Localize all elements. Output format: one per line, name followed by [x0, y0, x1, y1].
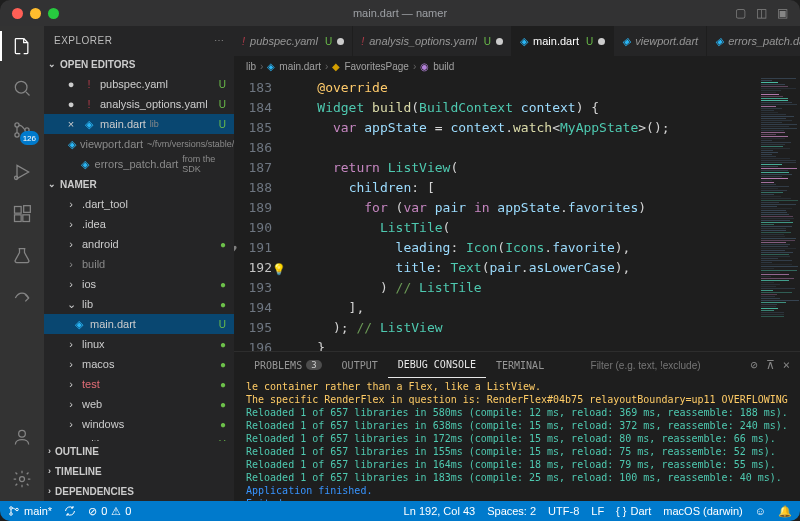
activity-extensions[interactable] — [10, 202, 34, 226]
svg-point-5 — [15, 176, 18, 179]
lightbulb-icon[interactable]: 💡 — [272, 260, 286, 280]
explorer-more-icon[interactable]: ⋯ — [214, 35, 225, 46]
explorer-title: EXPLORER — [54, 35, 112, 46]
dart-file-icon: ◈ — [267, 61, 275, 72]
code-content[interactable]: @override Widget build(BuildContext cont… — [286, 76, 758, 351]
section-timeline[interactable]: › TIMELINE — [44, 461, 234, 481]
panel-filter-input[interactable] — [591, 360, 741, 371]
folder-item[interactable]: ›.dart_tool — [44, 194, 234, 214]
svg-rect-7 — [15, 215, 22, 222]
activity-debug[interactable] — [10, 160, 34, 184]
file-item[interactable]: ◈main.dartU — [44, 314, 234, 334]
gutter: 183184185186187188189190♥191192193194195… — [234, 76, 286, 351]
debug-console-output[interactable]: le container rather than a Flex, like a … — [234, 378, 800, 501]
explorer-header: EXPLORER ⋯ — [44, 26, 234, 54]
svg-point-0 — [15, 81, 27, 93]
explorer-sidebar: EXPLORER ⋯ ⌄ OPEN EDITORS ●!pubspec.yaml… — [44, 26, 234, 501]
section-open-editors[interactable]: ⌄ OPEN EDITORS — [44, 54, 234, 74]
panel-tabs: PROBLEMS 3 OUTPUT DEBUG CONSOLE TERMINAL… — [234, 352, 800, 378]
folder-item[interactable]: ›test● — [44, 374, 234, 394]
status-feedback-icon[interactable]: ☺ — [755, 505, 766, 518]
panel-maximize-icon[interactable]: ⊼ — [766, 358, 775, 372]
panel-tab-output[interactable]: OUTPUT — [332, 352, 388, 378]
dirty-indicator-icon — [496, 38, 503, 45]
panel-tab-terminal[interactable]: TERMINAL — [486, 352, 554, 378]
svg-point-11 — [20, 477, 25, 482]
activity-search[interactable] — [10, 76, 34, 100]
open-editor-item[interactable]: ●!analysis_options.yamlU — [44, 94, 234, 114]
breadcrumb-item[interactable]: build — [433, 61, 454, 72]
files-tree: ›.dart_tool›.idea›android●›build›ios●⌄li… — [44, 194, 234, 441]
svg-point-10 — [19, 430, 26, 437]
code-area[interactable]: 183184185186187188189190♥191192193194195… — [234, 76, 800, 351]
status-problems[interactable]: ⊘0 ⚠0 — [88, 505, 131, 518]
svg-point-2 — [15, 133, 19, 137]
folder-item[interactable]: ›build — [44, 254, 234, 274]
folder-item[interactable]: ›.idea — [44, 214, 234, 234]
editor-tab[interactable]: !pubspec.yamlU — [234, 26, 353, 56]
open-editor-item[interactable]: ◈viewport.dart ~/fvm/versions/stable/pac… — [44, 134, 234, 154]
svg-rect-6 — [15, 207, 22, 214]
svg-point-13 — [10, 513, 13, 516]
activity-share[interactable] — [10, 286, 34, 310]
editor-tab[interactable]: ◈errors_patch.dart — [707, 26, 800, 56]
status-language[interactable]: { }Dart — [616, 505, 651, 518]
chevron-right-icon: › — [48, 466, 51, 476]
chevron-down-icon: ⌄ — [48, 179, 56, 189]
activity-explorer[interactable] — [10, 34, 34, 58]
minimap[interactable] — [758, 76, 800, 351]
panel: PROBLEMS 3 OUTPUT DEBUG CONSOLE TERMINAL… — [234, 351, 800, 501]
status-cursor[interactable]: Ln 192, Col 43 — [404, 505, 476, 518]
panel-tab-problems[interactable]: PROBLEMS 3 — [244, 352, 332, 378]
file-item[interactable]: ▸.gitignoreU — [44, 434, 234, 441]
svg-marker-4 — [17, 165, 29, 178]
status-indent[interactable]: Spaces: 2 — [487, 505, 536, 518]
status-eol[interactable]: LF — [591, 505, 604, 518]
chevron-down-icon: ⌄ — [48, 59, 56, 69]
chevron-right-icon: › — [48, 486, 51, 496]
clear-console-icon[interactable]: ⊘ — [751, 358, 758, 372]
activity-test[interactable] — [10, 244, 34, 268]
breadcrumb-item[interactable]: lib — [246, 61, 256, 72]
folder-item[interactable]: ⌄lib● — [44, 294, 234, 314]
breadcrumb-item[interactable]: main.dart — [279, 61, 321, 72]
status-bar: main* ⊘0 ⚠0 Ln 192, Col 43 Spaces: 2 UTF… — [0, 501, 800, 521]
folder-item[interactable]: ›linux● — [44, 334, 234, 354]
status-sync[interactable] — [64, 505, 76, 517]
status-device[interactable]: macOS (darwin) — [663, 505, 742, 518]
panel-filter[interactable] — [591, 360, 741, 371]
svg-point-14 — [16, 508, 19, 511]
activity-scm[interactable]: 126 — [10, 118, 34, 142]
breadcrumbs[interactable]: lib› ◈ main.dart› ◆ FavoritesPage› ◉ bui… — [234, 56, 800, 76]
status-notifications-icon[interactable]: 🔔 — [778, 505, 792, 518]
status-encoding[interactable]: UTF-8 — [548, 505, 579, 518]
open-editor-item[interactable]: ●!pubspec.yamlU — [44, 74, 234, 94]
activity-account[interactable] — [10, 425, 34, 449]
method-icon: ◉ — [420, 61, 429, 72]
editor-tab[interactable]: !analysis_options.yamlU — [353, 26, 512, 56]
editor-tab[interactable]: ◈viewport.dart — [614, 26, 707, 56]
folder-item[interactable]: ›web● — [44, 394, 234, 414]
folder-item[interactable]: ›macos● — [44, 354, 234, 374]
open-editor-item[interactable]: ×◈main.dart libU — [44, 114, 234, 134]
panel-close-icon[interactable]: × — [783, 358, 790, 372]
dirty-indicator-icon — [598, 38, 605, 45]
status-branch[interactable]: main* — [8, 505, 52, 517]
editor-tab[interactable]: ◈main.dartU — [512, 26, 614, 56]
folder-item[interactable]: ›ios● — [44, 274, 234, 294]
svg-point-12 — [10, 507, 13, 510]
svg-rect-9 — [24, 206, 31, 213]
activity-bar: 126 — [0, 26, 44, 501]
titlebar: main.dart — namer ▢ ◫ ▣ — [0, 0, 800, 26]
breadcrumb-item[interactable]: FavoritesPage — [344, 61, 408, 72]
folder-item[interactable]: ›windows● — [44, 414, 234, 434]
folder-item[interactable]: ›android● — [44, 234, 234, 254]
open-editor-item[interactable]: ◈errors_patch.dart from the SDK — [44, 154, 234, 174]
activity-settings[interactable] — [10, 467, 34, 491]
section-folder[interactable]: ⌄ NAMER — [44, 174, 234, 194]
panel-tab-debug-console[interactable]: DEBUG CONSOLE — [388, 352, 486, 378]
open-editors-tree: ●!pubspec.yamlU●!analysis_options.yamlU×… — [44, 74, 234, 174]
window-title: main.dart — namer — [0, 7, 800, 19]
section-dependencies[interactable]: › DEPENDENCIES — [44, 481, 234, 501]
section-outline[interactable]: › OUTLINE — [44, 441, 234, 461]
